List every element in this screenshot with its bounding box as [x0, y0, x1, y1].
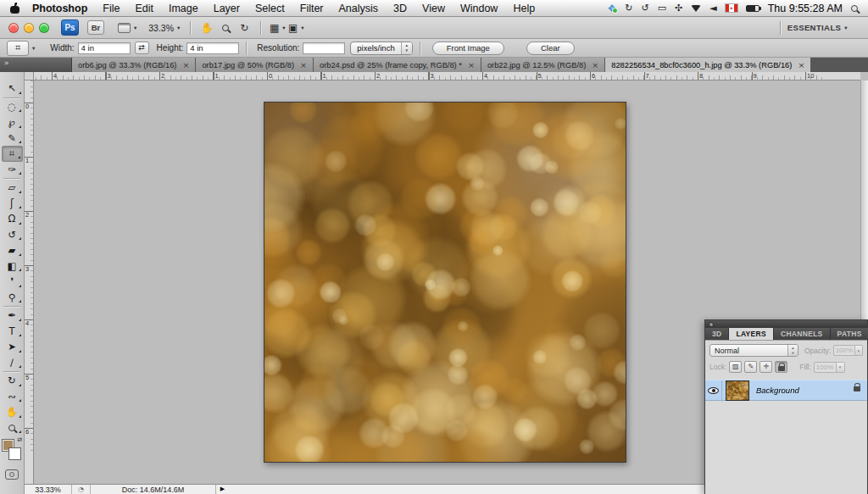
- panel-tab-3d[interactable]: 3D: [705, 328, 729, 340]
- resolution-field[interactable]: [303, 42, 345, 54]
- tool-preset-picker[interactable]: ⌗▾: [7, 41, 35, 56]
- arrange-documents-button[interactable]: ▦▾: [268, 19, 287, 36]
- document-tab[interactable]: orb22.jpg @ 12.5% (RGB/8)×: [481, 58, 605, 72]
- panel-dock-stub[interactable]: »: [0, 58, 72, 72]
- 3d-rotate-tool[interactable]: ↻: [2, 373, 23, 389]
- history-brush-tool[interactable]: ↺: [2, 227, 23, 243]
- elliptical-marquee-tool[interactable]: ◌: [2, 99, 23, 115]
- menu-item-window[interactable]: Window: [453, 3, 505, 14]
- zoom-icon[interactable]: [216, 19, 235, 36]
- spot-healing-brush-tool[interactable]: ▱: [2, 180, 23, 196]
- lasso-tool[interactable]: ℘: [2, 114, 23, 130]
- lock-position-button[interactable]: ✛: [760, 361, 772, 373]
- tab-close-icon[interactable]: ×: [468, 60, 475, 69]
- blur-tool[interactable]: ❜: [2, 274, 23, 290]
- visibility-toggle[interactable]: [705, 380, 722, 400]
- sync-icon[interactable]: ↻: [625, 3, 632, 13]
- eyedropper-tool[interactable]: ✑: [2, 162, 23, 178]
- apple-menu-icon[interactable]: [10, 3, 19, 14]
- display-icon[interactable]: ▭: [658, 3, 666, 13]
- panel-tab-paths[interactable]: PATHS: [831, 328, 868, 340]
- view-extras-button[interactable]: ▾: [118, 23, 136, 33]
- menu-item-select[interactable]: Select: [248, 3, 292, 14]
- opacity-dropdown-icon[interactable]: ▾: [855, 345, 863, 356]
- gradient-tool[interactable]: ◧: [2, 258, 23, 275]
- menu-item-filter[interactable]: Filter: [292, 3, 331, 14]
- lock-pixels-button[interactable]: ✎: [744, 361, 757, 373]
- menu-item-help[interactable]: Help: [505, 3, 542, 14]
- lock-transparency-button[interactable]: ▨: [729, 361, 742, 373]
- ruler-corner[interactable]: [25, 72, 34, 80]
- menu-bar-clock[interactable]: Thu 9:55:28 AM: [768, 3, 843, 14]
- panel-tab-channels[interactable]: CHANNELS: [774, 328, 831, 340]
- document-tab[interactable]: 8282256534_8bcf0c3600_h.jpg @ 33.3% (RGB…: [605, 58, 811, 72]
- wifi-icon[interactable]: [691, 5, 701, 12]
- type-tool[interactable]: T: [2, 324, 23, 340]
- 3d-orbit-tool[interactable]: ∾: [2, 389, 23, 405]
- layers-list-empty-area[interactable]: [705, 401, 867, 494]
- layer-row-background[interactable]: Background: [705, 380, 867, 401]
- dropbox-icon[interactable]: ❖: [607, 3, 616, 14]
- layer-thumbnail[interactable]: [726, 380, 749, 401]
- volume-icon[interactable]: ◄: [709, 3, 716, 13]
- height-field[interactable]: [186, 42, 239, 54]
- horizontal-ruler[interactable]: 4321012345678910: [34, 72, 860, 80]
- screen-mode-button[interactable]: ▣▾: [287, 19, 305, 36]
- input-source-flag-icon[interactable]: [726, 4, 737, 12]
- document-image[interactable]: [264, 102, 626, 463]
- tab-close-icon[interactable]: ×: [300, 60, 307, 69]
- tab-close-icon[interactable]: ×: [592, 60, 598, 69]
- launch-bridge-button[interactable]: Br: [87, 20, 104, 35]
- tab-close-icon[interactable]: ×: [798, 60, 804, 69]
- eraser-tool[interactable]: ▰: [2, 242, 23, 258]
- time-machine-icon[interactable]: ↺: [641, 3, 648, 13]
- menu-item-3d[interactable]: 3D: [386, 3, 415, 14]
- crop-tool[interactable]: ⌗: [2, 146, 23, 162]
- menu-item-layer[interactable]: Layer: [206, 3, 248, 14]
- quick-selection-tool[interactable]: ✎: [2, 130, 23, 147]
- pen-tool[interactable]: ✒: [2, 308, 23, 324]
- document-tab[interactable]: orb17.jpg @ 50% (RGB/8)×: [196, 58, 314, 72]
- menu-item-view[interactable]: View: [415, 3, 453, 14]
- zoom-tool[interactable]: [2, 420, 23, 436]
- clear-button[interactable]: Clear: [526, 42, 575, 55]
- quick-mask-button[interactable]: [5, 469, 19, 480]
- fill-dropdown-icon[interactable]: ▾: [837, 362, 845, 373]
- blend-mode-select[interactable]: Normal▴▾: [709, 344, 798, 357]
- panel-tab-layers[interactable]: LAYERS: [729, 328, 774, 340]
- workspace-switcher[interactable]: ESSENTIALS▾: [787, 23, 848, 32]
- rotate-view-icon[interactable]: ↻: [235, 19, 253, 36]
- menu-item-image[interactable]: Image: [161, 3, 206, 14]
- lock-all-button[interactable]: [775, 361, 787, 373]
- menu-item-edit[interactable]: Edit: [127, 3, 161, 14]
- vertical-ruler[interactable]: 0123456: [25, 80, 34, 484]
- status-zoom-field[interactable]: 33.33%: [25, 485, 72, 494]
- panel-grip[interactable]: [705, 320, 867, 328]
- width-field[interactable]: [78, 42, 131, 54]
- path-selection-tool[interactable]: ➤: [2, 339, 23, 355]
- menu-item-analysis[interactable]: Analysis: [331, 3, 387, 14]
- resolution-unit-select[interactable]: pixels/inch▴▾: [350, 42, 412, 55]
- fill-field[interactable]: 100%: [814, 362, 837, 373]
- move-tool[interactable]: ↖: [2, 80, 23, 97]
- dodge-tool[interactable]: ⚲: [2, 290, 23, 306]
- document-tab[interactable]: orb24.psd @ 25% (frame copy, RGB/8) *×: [314, 58, 481, 72]
- line-tool[interactable]: ∕: [2, 355, 23, 371]
- opacity-field[interactable]: 100%: [833, 345, 854, 356]
- brush-tool[interactable]: ʃ: [2, 196, 23, 212]
- zoom-level-dropdown[interactable]: 33.3%▾: [148, 23, 180, 33]
- battery-icon[interactable]: [746, 5, 760, 12]
- tab-close-icon[interactable]: ×: [182, 60, 189, 69]
- document-tab[interactable]: orb6.jpg @ 33.3% (RGB/16)×: [72, 58, 196, 72]
- minimize-window-button[interactable]: [24, 23, 34, 33]
- menu-item-file[interactable]: File: [95, 3, 127, 14]
- spotlight-icon[interactable]: [851, 5, 858, 12]
- swap-dimensions-button[interactable]: ⇄: [135, 42, 149, 54]
- hand-icon[interactable]: ✋: [198, 19, 216, 36]
- spaces-icon[interactable]: ✣: [675, 3, 682, 13]
- background-color-swatch[interactable]: [9, 448, 20, 459]
- close-window-button[interactable]: [8, 23, 19, 33]
- front-image-button[interactable]: Front Image: [432, 42, 504, 55]
- swap-colors-icon[interactable]: ⇄: [17, 437, 22, 443]
- clone-stamp-tool[interactable]: Ω: [2, 211, 23, 227]
